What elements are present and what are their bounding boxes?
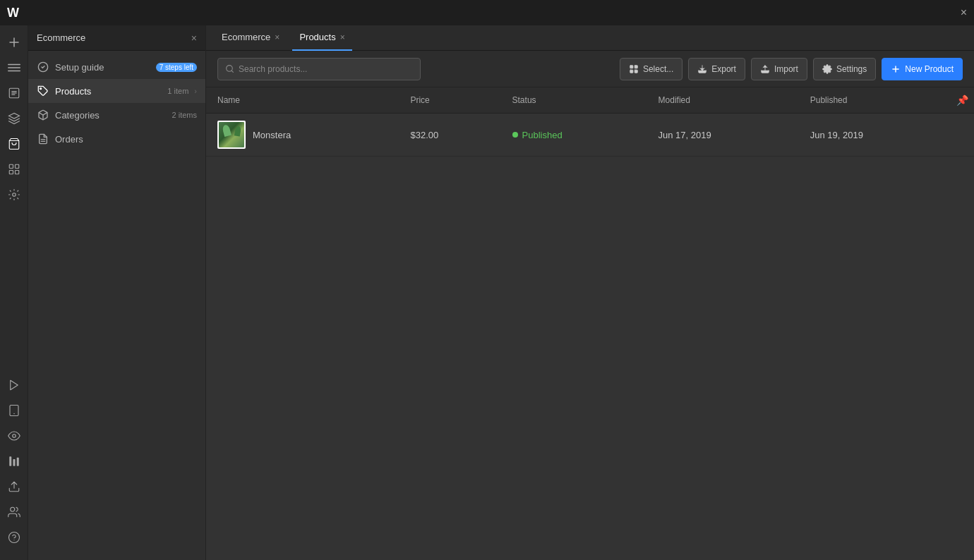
sidebar-item-setup-guide[interactable]: Setup guide 7 steps left bbox=[28, 55, 205, 79]
sidebar-item-categories[interactable]: Categories 2 items bbox=[28, 103, 205, 127]
sidebar-nav: Setup guide 7 steps left Products 1 item… bbox=[28, 51, 205, 560]
sidebar-item-orders[interactable]: Orders bbox=[28, 127, 205, 151]
col-published: Published bbox=[799, 87, 951, 114]
device-icon[interactable] bbox=[3, 399, 25, 422]
new-product-plus-icon bbox=[891, 64, 901, 74]
menu-icon[interactable] bbox=[3, 56, 25, 79]
product-name-cell: Monstera bbox=[206, 114, 399, 157]
col-status: Status bbox=[501, 87, 647, 114]
pin-icon: 📌 bbox=[956, 95, 968, 106]
svg-point-11 bbox=[12, 193, 16, 197]
sidebar: Ecommerce × Setup guide 7 steps left Pro… bbox=[28, 25, 206, 560]
svg-rect-25 bbox=[630, 65, 633, 68]
app-logo: W bbox=[7, 6, 19, 20]
products-arrow-icon: › bbox=[194, 87, 197, 95]
svg-point-20 bbox=[40, 88, 42, 90]
settings-button[interactable]: Settings bbox=[813, 58, 876, 80]
products-table-container: Name Price Status Modified Published 📌 bbox=[206, 87, 974, 560]
icon-rail bbox=[0, 25, 28, 560]
table-header-row: Name Price Status Modified Published 📌 bbox=[206, 87, 974, 114]
steps-badge: 7 steps left bbox=[156, 63, 197, 72]
product-pin-cell bbox=[951, 114, 974, 157]
svg-point-18 bbox=[8, 532, 19, 543]
select-icon bbox=[629, 64, 639, 74]
svg-point-14 bbox=[12, 434, 16, 438]
col-name: Name bbox=[206, 87, 399, 114]
tab-products[interactable]: Products × bbox=[292, 25, 351, 51]
categories-nav-label: Categories bbox=[55, 110, 167, 121]
categories-count: 2 items bbox=[172, 111, 197, 119]
svg-rect-0 bbox=[8, 64, 20, 66]
search-box[interactable] bbox=[217, 58, 421, 80]
sidebar-header: Ecommerce × bbox=[28, 25, 205, 51]
tab-ecommerce-label: Ecommerce bbox=[222, 32, 270, 42]
select-label: Select... bbox=[643, 64, 673, 74]
product-name: Monstera bbox=[253, 130, 291, 140]
export-label: Export bbox=[711, 64, 736, 74]
tab-ecommerce[interactable]: Ecommerce × bbox=[215, 25, 287, 51]
users-icon[interactable] bbox=[3, 501, 25, 523]
export-button[interactable]: Export bbox=[688, 58, 745, 80]
apps-icon[interactable] bbox=[3, 158, 25, 181]
settings-icon bbox=[822, 64, 832, 74]
import-button[interactable]: Import bbox=[751, 58, 807, 80]
shop-icon[interactable] bbox=[3, 133, 25, 155]
svg-rect-1 bbox=[8, 67, 20, 68]
table-row[interactable]: Monstera $32.00 Published Jun 17, 2019 J… bbox=[206, 114, 974, 157]
search-input[interactable] bbox=[239, 64, 413, 74]
content-area: Ecommerce × Products × Select... bbox=[206, 25, 974, 560]
svg-rect-6 bbox=[11, 95, 15, 95]
tab-products-close[interactable]: × bbox=[340, 33, 345, 42]
settings-rail-icon[interactable] bbox=[3, 183, 25, 206]
svg-rect-17 bbox=[16, 458, 18, 466]
products-nav-label: Products bbox=[55, 86, 162, 97]
add-icon[interactable] bbox=[3, 31, 25, 54]
svg-rect-7 bbox=[9, 164, 13, 168]
sidebar-close-button[interactable]: × bbox=[191, 32, 197, 44]
product-modified: Jun 17, 2019 bbox=[647, 114, 799, 157]
svg-rect-8 bbox=[15, 164, 18, 168]
window-close-button[interactable]: × bbox=[961, 7, 967, 18]
new-product-button[interactable]: New Product bbox=[882, 58, 963, 80]
icon-rail-top bbox=[3, 31, 25, 374]
check-circle-icon bbox=[37, 61, 49, 73]
sidebar-title: Ecommerce bbox=[37, 32, 85, 43]
svg-rect-16 bbox=[13, 459, 15, 466]
svg-rect-2 bbox=[8, 71, 20, 72]
receipt-icon bbox=[37, 133, 49, 145]
main-layout: Ecommerce × Setup guide 7 steps left Pro… bbox=[0, 25, 974, 560]
new-product-label: New Product bbox=[905, 64, 954, 74]
help-icon[interactable] bbox=[3, 526, 25, 549]
export-icon bbox=[697, 64, 707, 74]
product-thumbnail bbox=[217, 121, 246, 149]
select-button[interactable]: Select... bbox=[620, 58, 683, 80]
tab-ecommerce-close[interactable]: × bbox=[275, 33, 279, 42]
tab-bar: Ecommerce × Products × bbox=[206, 25, 974, 51]
svg-rect-10 bbox=[15, 171, 18, 174]
col-price: Price bbox=[399, 87, 500, 114]
product-status: Published bbox=[501, 114, 647, 157]
products-count: 1 item bbox=[167, 87, 188, 95]
orders-nav-label: Orders bbox=[55, 134, 197, 145]
eye-icon[interactable] bbox=[3, 425, 25, 447]
col-pin: 📌 bbox=[951, 87, 974, 114]
toolbar: Select... Export Import Settings bbox=[206, 51, 974, 87]
svg-rect-5 bbox=[11, 92, 17, 93]
product-published: Jun 19, 2019 bbox=[799, 114, 951, 157]
tag-icon bbox=[37, 85, 49, 97]
svg-rect-4 bbox=[11, 91, 17, 92]
sidebar-item-products[interactable]: Products 1 item › bbox=[28, 79, 205, 103]
col-modified: Modified bbox=[647, 87, 799, 114]
tab-products-label: Products bbox=[299, 32, 335, 42]
search-icon bbox=[225, 64, 234, 73]
publish-rail-icon[interactable] bbox=[3, 475, 25, 498]
layers-icon[interactable] bbox=[3, 107, 25, 130]
status-label: Published bbox=[522, 130, 563, 140]
pages-icon[interactable] bbox=[3, 82, 25, 104]
box-icon bbox=[37, 109, 49, 121]
import-label: Import bbox=[774, 64, 798, 74]
status-dot bbox=[512, 132, 518, 138]
data-icon[interactable] bbox=[3, 450, 25, 473]
preview-icon[interactable] bbox=[3, 374, 25, 396]
settings-label: Settings bbox=[836, 64, 867, 74]
